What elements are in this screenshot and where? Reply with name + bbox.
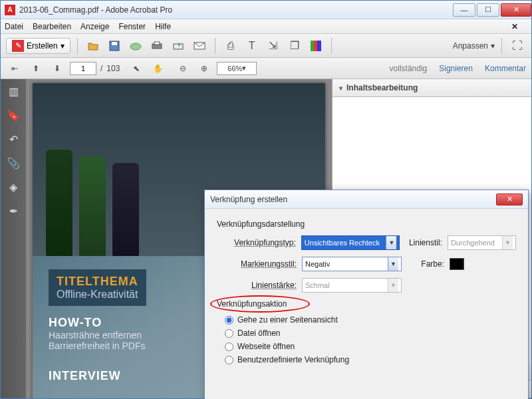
- print-icon[interactable]: [148, 37, 166, 55]
- panel-label: Inhaltsbearbeitung: [346, 83, 418, 92]
- svg-rect-7: [311, 41, 314, 51]
- thickness-value: Schmal: [305, 281, 330, 289]
- highlight-ellipse: [210, 295, 310, 313]
- layers-icon[interactable]: ◈: [7, 180, 20, 194]
- chevron-down-icon: ▾: [491, 41, 495, 51]
- menu-help[interactable]: Hilfe: [155, 22, 171, 31]
- chevron-down-icon: ▼: [502, 236, 513, 249]
- mail-icon[interactable]: [191, 37, 208, 55]
- doc-title-heading: TITELTHEMA: [57, 275, 138, 289]
- panel-content-editing[interactable]: Inhaltsbearbeitung: [332, 79, 531, 97]
- radio-label: Gehe zu einer Seitenansicht: [237, 315, 338, 325]
- radio-goto-page[interactable]: Gehe zu einer Seitenansicht: [225, 315, 516, 325]
- line-style-select: Durchgehend ▼: [448, 235, 516, 250]
- comment-link[interactable]: Kommentar: [485, 64, 526, 73]
- export-icon[interactable]: ⇲: [265, 37, 282, 55]
- page-sep: /: [100, 64, 102, 73]
- maximize-button[interactable]: ☐: [477, 3, 499, 17]
- prev-page-icon[interactable]: ⬆: [27, 60, 45, 77]
- thickness-select: Schmal ▼: [302, 278, 402, 293]
- create-link-dialog: Verknüpfung erstellen ✕ Verknüpfungsdars…: [204, 190, 529, 399]
- svg-rect-8: [314, 41, 317, 51]
- scan-icon[interactable]: ⎙: [222, 37, 239, 55]
- cloud-icon[interactable]: [127, 37, 144, 55]
- color-swatch[interactable]: [450, 258, 464, 270]
- link-type-value: Unsichtbares Rechteck: [305, 239, 380, 247]
- dialog-close-button[interactable]: ✕: [496, 194, 523, 205]
- svg-point-2: [130, 43, 141, 50]
- chevron-down-icon: ▾: [61, 41, 65, 51]
- signatures-icon[interactable]: ✒: [7, 204, 20, 217]
- app-icon: A: [5, 5, 15, 15]
- nav-toolbar: ⇤ ⬆ ⬇ / 103 ⬉ ✋ ⊖ ⊕ 66% ▾ vollständig Si…: [1, 58, 531, 79]
- doc-howto-heading: HOW-TO: [49, 316, 146, 330]
- save-icon[interactable]: [106, 37, 123, 55]
- radio-open-web[interactable]: Webseite öffnen: [225, 342, 516, 351]
- line-style-value: Durchgehend: [451, 239, 495, 247]
- page-total: 103: [106, 64, 120, 73]
- radio-label: Benutzerdefinierte Verknüpfung: [237, 355, 349, 364]
- customize-label: Anpassen: [453, 41, 488, 51]
- create-label: Erstellen: [27, 41, 58, 51]
- link-type-select[interactable]: Unsichtbares Rechteck ▼: [301, 235, 400, 250]
- radio-label: Datei öffnen: [237, 329, 281, 338]
- customize-button[interactable]: Anpassen ▾: [453, 41, 495, 51]
- highlight-select[interactable]: Negativ ▼: [302, 257, 402, 271]
- menubar: Datei Bearbeiten Anzeige Fenster Hilfe ✕: [1, 19, 531, 34]
- undo-icon[interactable]: ↶: [7, 132, 20, 146]
- sign-link[interactable]: Signieren: [439, 64, 473, 73]
- doc-close-icon[interactable]: ✕: [511, 22, 518, 31]
- hand-tool-icon[interactable]: ✋: [149, 60, 166, 77]
- dialog-titlebar[interactable]: Verknüpfung erstellen ✕: [205, 190, 528, 209]
- page-input[interactable]: [70, 62, 96, 75]
- create-button[interactable]: ✎ Erstellen ▾: [6, 38, 70, 54]
- highlight-value: Negativ: [305, 260, 330, 268]
- zoom-value: 66%: [227, 65, 242, 72]
- combine-icon[interactable]: ❐: [286, 37, 303, 55]
- doc-howto-line2: Barrierefreiheit in PDFs: [49, 340, 146, 351]
- minimize-button[interactable]: —: [453, 3, 475, 17]
- close-button[interactable]: ✕: [501, 3, 531, 17]
- doc-howto-line1: Haarsträhne entfernen: [49, 330, 146, 340]
- select-tool-icon[interactable]: ⬉: [128, 60, 145, 77]
- open-icon[interactable]: [84, 37, 102, 55]
- radio-label: Webseite öffnen: [237, 342, 295, 351]
- highlight-label: Markierungsstil:: [217, 259, 297, 269]
- share-icon[interactable]: [170, 37, 187, 55]
- window-title: 2013-06_Commag.pdf - Adobe Acrobat Pro: [19, 5, 452, 15]
- chevron-down-icon: ▼: [386, 236, 396, 249]
- svg-rect-1: [112, 42, 117, 45]
- appearance-group-label: Verknüpfungsdarstellung: [217, 219, 516, 229]
- doc-title-sub: Offline-Kreativität: [57, 289, 138, 301]
- left-rail: ▥ 🔖 ↶ 📎 ◈ ✒: [1, 79, 26, 398]
- menu-window[interactable]: Fenster: [118, 22, 146, 31]
- fullscreen-icon[interactable]: ⛶: [509, 37, 526, 55]
- edit-text-icon[interactable]: T: [243, 37, 261, 55]
- titlebar: A 2013-06_Commag.pdf - Adobe Acrobat Pro…: [1, 1, 531, 19]
- radio-custom-link[interactable]: Benutzerdefinierte Verknüpfung: [225, 355, 516, 364]
- color-icon[interactable]: [307, 37, 325, 55]
- svg-rect-4: [154, 42, 160, 45]
- svg-rect-9: [317, 41, 321, 51]
- radio-open-file[interactable]: Datei öffnen: [225, 329, 516, 338]
- doc-interview-heading: INTERVIEW: [49, 369, 121, 383]
- thumbnails-icon[interactable]: ▥: [7, 84, 20, 98]
- menu-edit[interactable]: Bearbeiten: [33, 22, 71, 31]
- bookmarks-icon[interactable]: 🔖: [7, 108, 20, 122]
- menu-file[interactable]: Datei: [5, 22, 23, 31]
- zoom-in-icon[interactable]: ⊕: [196, 60, 213, 77]
- chevron-down-icon: ▼: [388, 279, 398, 292]
- main-toolbar: ✎ Erstellen ▾ ⎙ T ⇲ ❐ Anpassen ▾ ⛶: [1, 34, 531, 58]
- menu-view[interactable]: Anzeige: [80, 22, 109, 31]
- pdf-icon: ✎: [12, 40, 24, 52]
- attachments-icon[interactable]: 📎: [7, 156, 20, 170]
- zoom-select[interactable]: 66% ▾: [217, 62, 257, 75]
- zoom-out-icon[interactable]: ⊖: [174, 60, 192, 77]
- next-page-icon[interactable]: ⬇: [49, 60, 66, 77]
- first-page-icon[interactable]: ⇤: [6, 60, 23, 77]
- line-style-label: Linienstil:: [405, 238, 442, 247]
- chevron-down-icon: ▼: [388, 257, 398, 271]
- dialog-title: Verknüpfung erstellen: [210, 195, 287, 204]
- view-full-link[interactable]: vollständig: [390, 64, 428, 73]
- thickness-label: Linienstärke:: [217, 281, 297, 290]
